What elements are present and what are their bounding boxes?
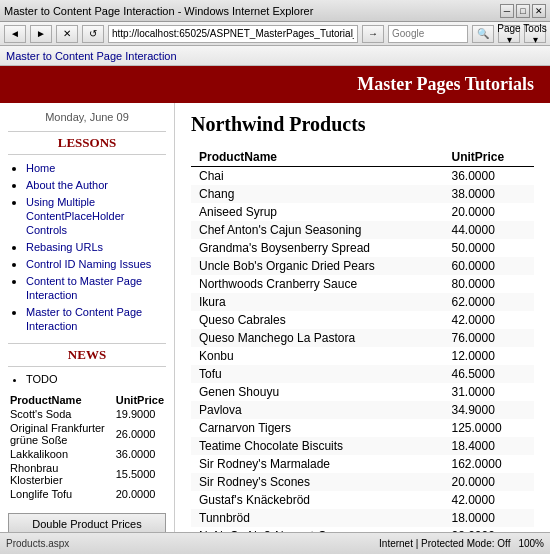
news-section: NEWS TODO: [8, 343, 166, 385]
unit-price-cell: 18.4000: [444, 437, 534, 455]
table-row: Rhonbrau Klosterbier15.5000: [8, 461, 166, 487]
unit-price-cell: 20.0000: [114, 487, 166, 501]
unit-price-cell: 28.0000: [444, 527, 534, 532]
products-table: ProductName UnitPrice Chai36.0000Chang38…: [191, 148, 534, 532]
browser-titlebar: Master to Content Page Interaction - Win…: [0, 0, 550, 22]
back-button[interactable]: ◄: [4, 25, 26, 43]
stop-button[interactable]: ✕: [56, 25, 78, 43]
table-row: Original Frankfurter grüne Soße26.0000: [8, 421, 166, 447]
table-row: NuNuCa Nuß-Nougat-Creme28.0000: [191, 527, 534, 532]
minimize-button[interactable]: ─: [500, 4, 514, 18]
table-row: Chai36.0000: [191, 167, 534, 186]
product-name-cell: Teatime Chocolate Biscuits: [191, 437, 444, 455]
sidebar-date: Monday, June 09: [8, 111, 166, 123]
product-name-cell: Carnarvon Tigers: [191, 419, 444, 437]
product-name-cell: Rhonbrau Klosterbier: [8, 461, 114, 487]
unit-price-cell: 42.0000: [444, 491, 534, 509]
lesson-link[interactable]: Using Multiple ContentPlaceHolder Contro…: [26, 196, 124, 236]
table-row: Longlife Tofu20.0000: [8, 487, 166, 501]
table-row: Pavlova34.9000: [191, 401, 534, 419]
product-name-cell: Gustaf's Knäckebröd: [191, 491, 444, 509]
unit-price-cell: 36.0000: [114, 447, 166, 461]
mini-table-body: Scott's Soda19.9000Original Frankfurter …: [8, 407, 166, 501]
news-list-item: TODO: [26, 373, 166, 385]
product-name-cell: Aniseed Syrup: [191, 203, 444, 221]
unit-price-cell: 50.0000: [444, 239, 534, 257]
table-row: Carnarvon Tigers125.0000: [191, 419, 534, 437]
table-row: Tunnbröd18.0000: [191, 509, 534, 527]
unit-price-cell: 34.9000: [444, 401, 534, 419]
status-right: Internet | Protected Mode: Off 100%: [379, 538, 544, 549]
main-content: Northwind Products ProductName UnitPrice…: [175, 103, 550, 532]
status-zone: Internet | Protected Mode: Off: [379, 538, 510, 549]
mini-table-col-price: UnitPrice: [114, 393, 166, 407]
unit-price-cell: 162.0000: [444, 455, 534, 473]
table-row: Tofu46.5000: [191, 365, 534, 383]
table-row: Genen Shouyu31.0000: [191, 383, 534, 401]
forward-button[interactable]: ►: [30, 25, 52, 43]
products-table-body: Chai36.0000Chang38.0000Aniseed Syrup20.0…: [191, 167, 534, 533]
page-header: Master Pages Tutorials: [0, 66, 550, 103]
product-name-cell: Ikura: [191, 293, 444, 311]
page-body: Monday, June 09 LESSONS HomeAbout the Au…: [0, 103, 550, 532]
unit-price-cell: 26.0000: [114, 421, 166, 447]
lesson-link[interactable]: Home: [26, 162, 55, 174]
table-row: Sir Rodney's Marmalade162.0000: [191, 455, 534, 473]
page-title: Northwind Products: [191, 113, 534, 136]
product-name-cell: Uncle Bob's Organic Dried Pears: [191, 257, 444, 275]
lesson-link[interactable]: Control ID Naming Issues: [26, 258, 151, 270]
product-name-cell: Konbu: [191, 347, 444, 365]
product-name-cell: Lakkalikoon: [8, 447, 114, 461]
unit-price-cell: 18.0000: [444, 509, 534, 527]
address-input[interactable]: [108, 25, 358, 43]
table-row: Aniseed Syrup20.0000: [191, 203, 534, 221]
mini-table-col-name: ProductName: [8, 393, 114, 407]
unit-price-cell: 62.0000: [444, 293, 534, 311]
unit-price-cell: 38.0000: [444, 185, 534, 203]
lessons-list-item: Rebasing URLs: [26, 240, 166, 254]
products-col-name: ProductName: [191, 148, 444, 167]
unit-price-cell: 46.5000: [444, 365, 534, 383]
unit-price-cell: 42.0000: [444, 311, 534, 329]
product-name-cell: Grandma's Boysenberry Spread: [191, 239, 444, 257]
product-name-cell: Tunnbröd: [191, 509, 444, 527]
product-name-cell: Chang: [191, 185, 444, 203]
product-name-cell: Sir Rodney's Scones: [191, 473, 444, 491]
product-name-cell: Original Frankfurter grüne Soße: [8, 421, 114, 447]
maximize-button[interactable]: □: [516, 4, 530, 18]
unit-price-cell: 31.0000: [444, 383, 534, 401]
unit-price-cell: 125.0000: [444, 419, 534, 437]
unit-price-cell: 60.0000: [444, 257, 534, 275]
lesson-link[interactable]: Master to Content Page Interaction: [26, 306, 142, 332]
double-prices-button[interactable]: Double Product Prices: [8, 513, 166, 532]
product-name-cell: Queso Cabrales: [191, 311, 444, 329]
search-button[interactable]: 🔍: [472, 25, 494, 43]
table-row: Lakkalikoon36.0000: [8, 447, 166, 461]
sidebar: Monday, June 09 LESSONS HomeAbout the Au…: [0, 103, 175, 532]
page-menu-button[interactable]: Page ▾: [498, 25, 520, 43]
search-input[interactable]: [388, 25, 468, 43]
table-row: Northwoods Cranberry Sauce80.0000: [191, 275, 534, 293]
lessons-list-item: Content to Master Page Interaction: [26, 274, 166, 302]
refresh-button[interactable]: ↺: [82, 25, 104, 43]
unit-price-cell: 20.0000: [444, 203, 534, 221]
table-row: Chef Anton's Cajun Seasoning44.0000: [191, 221, 534, 239]
close-button[interactable]: ✕: [532, 4, 546, 18]
table-row: Konbu12.0000: [191, 347, 534, 365]
tools-menu-button[interactable]: Tools ▾: [524, 25, 546, 43]
table-row: Teatime Chocolate Biscuits18.4000: [191, 437, 534, 455]
products-col-price: UnitPrice: [444, 148, 534, 167]
browser-tab[interactable]: Master to Content Page Interaction: [6, 50, 177, 62]
lesson-link[interactable]: Rebasing URLs: [26, 241, 103, 253]
table-row: Grandma's Boysenberry Spread50.0000: [191, 239, 534, 257]
lesson-link[interactable]: Content to Master Page Interaction: [26, 275, 142, 301]
browser-content: Master Pages Tutorials Monday, June 09 L…: [0, 66, 550, 532]
zoom-level: 100%: [518, 538, 544, 549]
product-name-cell: Northwoods Cranberry Sauce: [191, 275, 444, 293]
unit-price-cell: 76.0000: [444, 329, 534, 347]
unit-price-cell: 12.0000: [444, 347, 534, 365]
browser-title: Master to Content Page Interaction - Win…: [4, 5, 313, 17]
lessons-list-item: Using Multiple ContentPlaceHolder Contro…: [26, 195, 166, 237]
go-button[interactable]: →: [362, 25, 384, 43]
lesson-link[interactable]: About the Author: [26, 179, 108, 191]
